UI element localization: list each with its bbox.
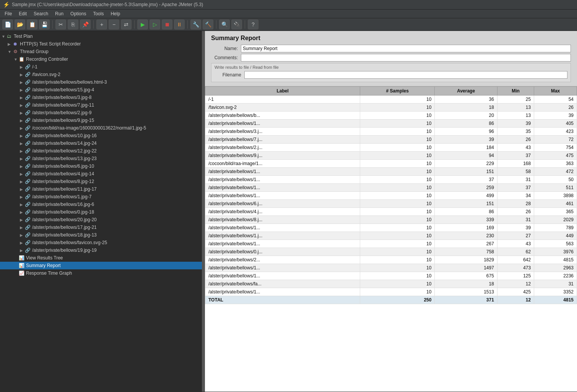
tree-item-req-9[interactable]: ▶🔗/cocoon/bild/raa-image/16000300013622/…	[0, 124, 202, 132]
table-row: /alster/private/bellows/1...1025937511	[205, 184, 577, 192]
tree-item-req-1[interactable]: ▶🔗/-1	[0, 63, 202, 71]
paste-button[interactable]: 📌	[80, 19, 91, 29]
cell-samples: 10	[360, 264, 435, 272]
cell-samples: 10	[360, 280, 435, 288]
tree-item-req-25[interactable]: ▶🔗/alster/private/bellows/19.jpg-19	[0, 246, 202, 254]
cell-min: 125	[497, 272, 534, 280]
tree-arrow-req-10: ▶	[20, 134, 24, 138]
cut-button[interactable]: ✂	[55, 19, 66, 29]
save-button[interactable]: 💾	[39, 19, 50, 29]
cell-min: 26	[497, 208, 534, 216]
tree-item-req-16[interactable]: ▶🔗/alster/private/bellows/8.jpg-12	[0, 178, 202, 185]
tree-arrow-recording-controller: ▼	[14, 57, 18, 62]
new-button[interactable]: 📄	[2, 19, 13, 29]
copy-button[interactable]: ⎘	[68, 19, 78, 29]
cell-max: 3976	[534, 248, 577, 256]
tree-item-req-3[interactable]: ▶🔗/alster/private/bellows/bellows.html-3	[0, 78, 202, 86]
tree-item-test-plan[interactable]: ▼🗂Test Plan	[0, 32, 202, 40]
tree-item-req-13[interactable]: ▶🔗/alster/private/bellows/13.jpg-23	[0, 155, 202, 162]
cell-max: 3352	[534, 288, 577, 296]
tree-label-req-18: /alster/private/bellows/1.jpg-7	[32, 194, 91, 199]
shutdown-button[interactable]: ⏸	[174, 19, 185, 29]
cell-average: 230	[435, 232, 497, 240]
cell-max: 2236	[534, 272, 577, 280]
tree-item-req-21[interactable]: ▶🔗/alster/private/bellows/20.jpg-20	[0, 216, 202, 224]
tree-item-req-5[interactable]: ▶🔗/alster/private/bellows/3.jpg-8	[0, 94, 202, 101]
search-button[interactable]: 🔍	[219, 19, 230, 29]
tree-item-http-recorder[interactable]: ▶⏺HTTP(S) Test Script Recorder	[0, 40, 202, 48]
request-icon: 🔗	[24, 110, 31, 116]
name-input[interactable]	[241, 45, 571, 52]
tree-item-req-20[interactable]: ▶🔗/alster/private/bellows/0.jpg-18	[0, 208, 202, 216]
tree-label-req-4: /alster/private/bellows/15.jpg-4	[32, 87, 94, 92]
menu-item-help[interactable]: Help	[107, 10, 123, 17]
tree-item-req-17[interactable]: ▶🔗/alster/private/bellows/11.jpg-17	[0, 185, 202, 193]
tree-item-req-4[interactable]: ▶🔗/alster/private/bellows/15.jpg-4	[0, 86, 202, 94]
cell-min: 28	[497, 200, 534, 208]
menu-item-options[interactable]: Options	[67, 10, 89, 17]
testplan-icon: 🗂	[6, 33, 12, 39]
tree-item-summary-report[interactable]: 📊Summary Report	[0, 262, 202, 269]
menu-item-file[interactable]: File	[2, 10, 15, 17]
tree-label-summary-report: Summary Report	[26, 263, 61, 268]
request-icon: 🔗	[24, 186, 31, 192]
filename-input[interactable]	[244, 71, 567, 79]
tree-item-req-14[interactable]: ▶🔗/alster/private/bellows/6.jpg-10	[0, 162, 202, 170]
cell-average: 96	[435, 128, 497, 136]
cell-min: 35	[497, 128, 534, 136]
tree-item-req-6[interactable]: ▶🔗/alster/private/bellows/7.jpg-11	[0, 101, 202, 109]
add-button[interactable]: +	[96, 19, 107, 29]
tree-item-thread-group[interactable]: ▼⚙Thread Group	[0, 48, 202, 55]
menu-item-edit[interactable]: Edit	[16, 10, 30, 17]
cell-min: 642	[497, 256, 534, 264]
cell-min: 39	[497, 224, 534, 232]
cell-max: 2029	[534, 216, 577, 224]
start-button[interactable]: ▶	[137, 19, 148, 29]
menu-item-search[interactable]: Search	[31, 10, 51, 17]
cell-max: 363	[534, 160, 577, 168]
threadgroup-icon: ⚙	[12, 49, 18, 55]
cell-average: 758	[435, 248, 497, 256]
menu-item-tools[interactable]: Tools	[90, 10, 107, 17]
tree-item-req-24[interactable]: ▶🔗/alster/private/bellows/favicon.svg-25	[0, 239, 202, 246]
tree-label-req-12: /alster/private/bellows/12.jpg-22	[32, 148, 97, 154]
open-button[interactable]: 📋	[27, 19, 37, 29]
remove-button[interactable]: −	[109, 19, 119, 29]
help-button[interactable]: ?	[248, 19, 258, 29]
tree-item-req-7[interactable]: ▶🔗/alster/private/bellows/2.jpg-9	[0, 109, 202, 117]
tree-item-req-19[interactable]: ▶🔗/alster/private/bellows/16.jpg-6	[0, 201, 202, 208]
cell-average: 1829	[435, 256, 497, 264]
tree-item-req-23[interactable]: ▶🔗/alster/private/bellows/18.jpg-13	[0, 231, 202, 239]
file-section: Write results to file / Read from file F…	[211, 63, 571, 82]
tree-label-req-14: /alster/private/bellows/6.jpg-10	[32, 164, 94, 169]
tree-item-req-2[interactable]: ▶🔗/favicon.svg-2	[0, 71, 202, 78]
tree-item-req-12[interactable]: ▶🔗/alster/private/bellows/12.jpg-22	[0, 147, 202, 155]
duplicate-button[interactable]: ⇄	[121, 19, 132, 29]
comments-input[interactable]	[241, 54, 571, 62]
request-icon: 🔗	[24, 125, 31, 131]
menu-item-run[interactable]: Run	[52, 10, 67, 17]
tree-item-req-18[interactable]: ▶🔗/alster/private/bellows/1.jpg-7	[0, 193, 202, 201]
tree-item-req-15[interactable]: ▶🔗/alster/private/bellows/4.jpg-14	[0, 170, 202, 178]
cell-min: 34	[497, 192, 534, 200]
clear-all-button[interactable]: 🔨	[203, 19, 213, 29]
tree-item-recording-controller[interactable]: ▼📋Recording Controller	[0, 55, 202, 63]
cell-min: 25	[497, 96, 534, 104]
table-row: /alster/private/bellows/1...1015158472	[205, 168, 577, 176]
start-no-pause-button[interactable]: ▷	[150, 19, 160, 29]
tree-item-req-22[interactable]: ▶🔗/alster/private/bellows/17.jpg-21	[0, 224, 202, 231]
clear-button[interactable]: 🔧	[190, 19, 201, 29]
tree-item-view-results[interactable]: 📊View Results Tree	[0, 254, 202, 262]
tree-arrow-req-17: ▶	[20, 187, 24, 191]
tree-item-req-8[interactable]: ▶🔗/alster/private/bellows/9.jpg-15	[0, 117, 202, 124]
tree-item-response-graph[interactable]: 📈Response Time Graph	[0, 269, 202, 277]
remote-button[interactable]: 🔌	[231, 19, 242, 29]
open-templates-button[interactable]: 📂	[15, 19, 25, 29]
tree-item-req-11[interactable]: ▶🔗/alster/private/bellows/14.jpg-24	[0, 139, 202, 147]
cell-max: 563	[534, 240, 577, 248]
cell-average: 37	[435, 176, 497, 184]
toolbar-separator-5	[216, 20, 216, 29]
tree-item-req-10[interactable]: ▶🔗/alster/private/bellows/10.jpg-16	[0, 132, 202, 139]
request-icon: 🔗	[24, 140, 31, 146]
stop-button[interactable]: ⏹	[162, 19, 172, 29]
